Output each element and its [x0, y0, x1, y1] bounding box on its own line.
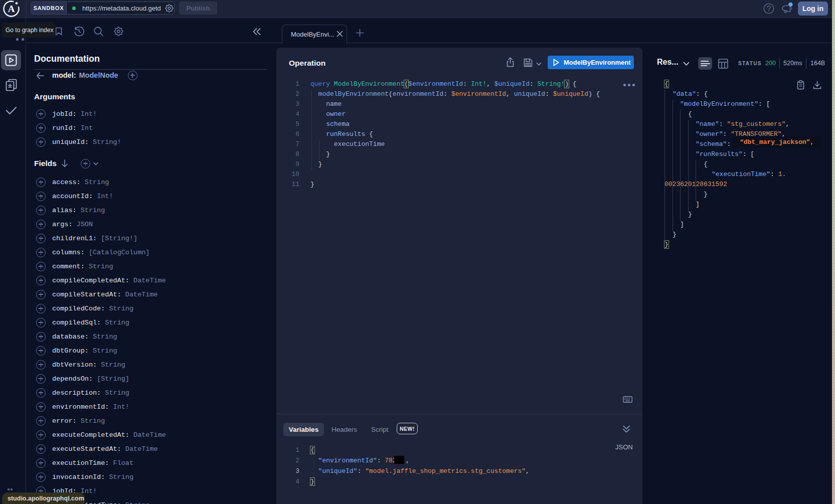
- svg-text:A: A: [8, 4, 15, 14]
